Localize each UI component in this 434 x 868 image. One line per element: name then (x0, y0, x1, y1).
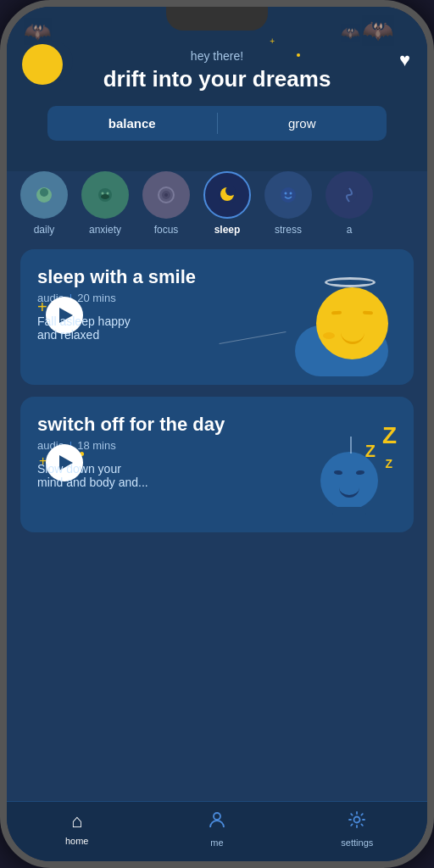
bulb-base (332, 507, 366, 515)
category-sleep-icon (203, 171, 251, 219)
zzz-big: Z (382, 422, 397, 449)
card1-description: Fall asleep happy and relaxed (37, 314, 397, 342)
svg-point-14 (290, 192, 292, 195)
card-sleep-with-a-smile: sleep with a smile audio | 20 mins + (20, 249, 414, 385)
category-focus-icon (142, 171, 190, 219)
tab-balance[interactable]: balance (47, 106, 217, 141)
svg-point-12 (281, 187, 296, 203)
home-icon: ⌂ (71, 810, 82, 832)
bat-small: 🦇 (341, 24, 359, 42)
bat-right: 🦇 (362, 15, 393, 45)
content-area: sleep with a smile audio | 20 mins + (7, 249, 427, 801)
category-sleep[interactable]: sleep (203, 171, 251, 236)
phone-frame: 🦇 🦇 🦇 + ♥ hey there! drift into your dre… (0, 0, 434, 868)
svg-point-8 (164, 193, 168, 197)
nav-settings-label: settings (341, 837, 373, 848)
svg-point-1 (40, 188, 48, 197)
nav-home-label: home (65, 836, 89, 846)
phone-notch (166, 7, 268, 31)
nav-home[interactable]: ⌂ home (7, 810, 147, 848)
svg-point-3 (101, 194, 109, 199)
svg-point-11 (225, 186, 236, 196)
header-greeting: hey there! (27, 49, 407, 63)
svg-point-5 (107, 192, 109, 195)
nav-me-label: me (210, 837, 223, 848)
category-extra-label: a (347, 224, 353, 236)
categories-row: daily anxiety focus (7, 171, 427, 249)
screen: 🦇 🦇 🦇 + ♥ hey there! drift into your dre… (7, 7, 427, 861)
nav-me[interactable]: me (147, 810, 287, 848)
tab-bar: balance grow (47, 106, 387, 141)
halo (325, 277, 376, 287)
heart-icon[interactable]: ♥ (399, 49, 410, 71)
svg-point-4 (102, 192, 104, 195)
me-icon (208, 810, 226, 834)
category-stress-icon (264, 171, 312, 219)
category-stress-label: stress (275, 224, 302, 236)
bottom-nav: ⌂ home me settings (7, 801, 427, 861)
bat-left: 🦇 (24, 19, 51, 45)
svg-point-17 (354, 817, 360, 823)
bulb-string (350, 437, 352, 453)
card2-description: Slow down your mind and body and... (37, 462, 397, 489)
card1-duration: 20 mins (77, 292, 116, 304)
category-anxiety[interactable]: anxiety (81, 171, 129, 236)
card-switch-off: switch off for the day audio | 18 mins + (20, 397, 414, 532)
category-anxiety-label: anxiety (89, 224, 121, 236)
card2-duration: 18 mins (77, 439, 116, 452)
category-extra[interactable]: a (326, 171, 373, 236)
svg-point-13 (285, 192, 287, 195)
header-text: hey there! drift into your dreams (27, 49, 407, 92)
dot-deco-1 (297, 53, 300, 57)
category-focus-label: focus (154, 224, 179, 236)
star-deco-1: + (270, 36, 275, 46)
category-sleep-label: sleep (214, 224, 241, 236)
category-extra-icon (326, 171, 373, 219)
zzz-mid: Z (365, 442, 376, 461)
category-anxiety-icon (81, 171, 129, 219)
header-title: drift into your dreams (27, 66, 407, 92)
category-daily-label: daily (34, 224, 55, 236)
nav-settings[interactable]: settings (287, 810, 427, 848)
category-daily[interactable]: daily (20, 171, 68, 236)
settings-icon (348, 810, 366, 834)
svg-point-16 (214, 813, 220, 820)
tab-grow[interactable]: grow (218, 106, 387, 141)
category-stress[interactable]: stress (264, 171, 312, 236)
category-focus[interactable]: focus (142, 171, 190, 236)
moon-crescent (22, 44, 63, 85)
header: 🦇 🦇 🦇 + ♥ hey there! drift into your dre… (7, 7, 427, 171)
category-daily-icon (20, 171, 68, 219)
